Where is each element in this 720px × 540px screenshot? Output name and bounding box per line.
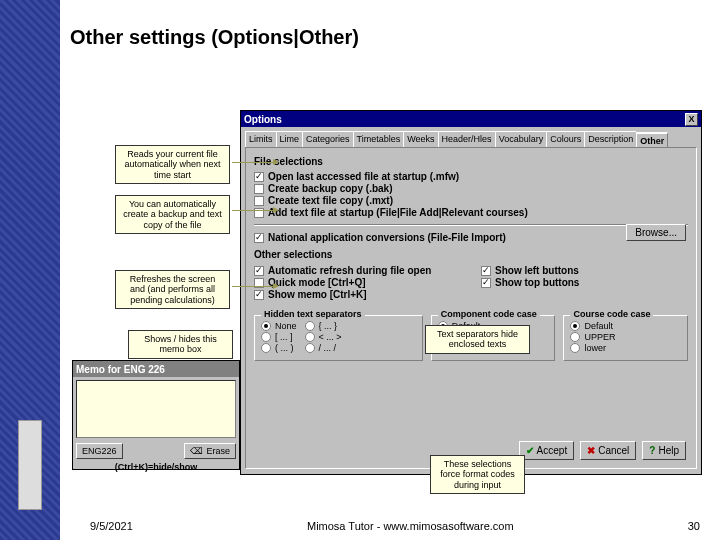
callout-separators: Text separators hide enclosed texts [425, 325, 530, 354]
tab-timetables[interactable]: Timetables [353, 131, 405, 147]
radio-item[interactable]: / ... / [305, 343, 342, 353]
checkbox-icon [254, 184, 264, 194]
radio-item[interactable]: lower [570, 343, 681, 353]
radio-icon [570, 332, 580, 342]
radio-label: lower [584, 343, 606, 353]
radio-icon [305, 332, 315, 342]
file-selections-label: File selections [254, 156, 688, 167]
radio-icon [305, 343, 315, 353]
eraser-icon: ⌫ [190, 446, 203, 456]
checkbox-icon [254, 290, 264, 300]
checkbox-icon [254, 196, 264, 206]
checkbox-icon [254, 233, 264, 243]
radio-icon [261, 321, 271, 331]
arrow [232, 162, 278, 163]
callout-memo: Shows / hides this memo box [128, 330, 233, 359]
checkbox-label: Create text file copy (.mxt) [268, 195, 393, 206]
checkbox-item[interactable]: Show memo [Ctrl+K] [254, 289, 461, 300]
tab-lime[interactable]: Lime [276, 131, 304, 147]
help-button[interactable]: ?Help [642, 441, 686, 460]
checkbox-icon [254, 266, 264, 276]
radio-item[interactable]: UPPER [570, 332, 681, 342]
memo-hint: (Ctrl+K)=hide/show [73, 461, 239, 473]
callout-format-codes: These selections force format codes duri… [430, 455, 525, 494]
checkbox-item[interactable]: Show left buttons [481, 265, 688, 276]
tab-other[interactable]: Other [636, 132, 668, 148]
footer-center: Mimosa Tutor - www.mimosasoftware.com [307, 520, 514, 532]
arrow [232, 210, 278, 211]
radio-item[interactable]: Default [570, 321, 681, 331]
radio-label: ( ... ) [275, 343, 294, 353]
dialog-titlebar: Options X [241, 111, 701, 127]
check-icon: ✔ [526, 445, 534, 456]
radio-label: [ ... ] [275, 332, 293, 342]
close-button[interactable]: X [685, 113, 698, 126]
radio-item[interactable]: ( ... ) [261, 343, 297, 353]
radio-label: Default [584, 321, 613, 331]
callout-reads-file: Reads your current file automatically wh… [115, 145, 230, 184]
radio-icon [305, 321, 315, 331]
question-icon: ? [649, 445, 655, 456]
checkbox-item[interactable]: Quick mode [Ctrl+Q] [254, 277, 461, 288]
radio-item[interactable]: [ ... ] [261, 332, 297, 342]
course-case-group: Course code case DefaultUPPERlower [563, 315, 688, 361]
checkbox-item[interactable]: Open last accessed file at startup (.mfw… [254, 171, 688, 182]
options-dialog: Options X Limits Lime Categories Timetab… [240, 110, 702, 475]
checkbox-item[interactable]: Create text file copy (.mxt) [254, 195, 688, 206]
radio-icon [261, 332, 271, 342]
checkbox-item[interactable]: Show top buttons [481, 277, 688, 288]
x-icon: ✖ [587, 445, 595, 456]
tab-categories[interactable]: Categories [302, 131, 354, 147]
checkbox-label: Show top buttons [495, 277, 579, 288]
radio-icon [261, 343, 271, 353]
separator [254, 224, 688, 226]
dialog-title: Options [244, 114, 282, 125]
checkbox-item[interactable]: Add text file at startup (File|File Add|… [254, 207, 688, 218]
logo-block [18, 420, 42, 510]
checkbox-label: Open last accessed file at startup (.mfw… [268, 171, 459, 182]
checkbox-icon [254, 172, 264, 182]
callout-backup: You can automatically create a backup an… [115, 195, 230, 234]
browse-button[interactable]: Browse... [626, 224, 686, 241]
memo-titlebar: Memo for ENG 226 [73, 361, 239, 377]
memo-window: Memo for ENG 226 ENG226 ⌫Erase (Ctrl+K)=… [72, 360, 240, 470]
national-conv-checkbox[interactable]: National application conversions (File-F… [254, 232, 688, 243]
arrow [232, 286, 278, 287]
radio-label: { ... } [319, 321, 338, 331]
checkbox-icon [481, 266, 491, 276]
tab-panel-other: File selections Open last accessed file … [245, 147, 697, 469]
tab-strip: Limits Lime Categories Timetables Weeks … [245, 131, 697, 147]
radio-item[interactable]: { ... } [305, 321, 342, 331]
accept-button[interactable]: ✔Accept [519, 441, 575, 460]
footer-page: 30 [688, 520, 700, 532]
tab-weeks[interactable]: Weeks [403, 131, 438, 147]
checkbox-item[interactable]: Create backup copy (.bak) [254, 183, 688, 194]
checkbox-label: Show memo [Ctrl+K] [268, 289, 367, 300]
radio-item[interactable]: None [261, 321, 297, 331]
radio-item[interactable]: < ... > [305, 332, 342, 342]
checkbox-label: Create backup copy (.bak) [268, 183, 392, 194]
tab-vocab[interactable]: Vocabulary [495, 131, 548, 147]
checkbox-label: Show left buttons [495, 265, 579, 276]
slide-title: Other settings (Options|Other) [70, 26, 700, 49]
radio-label: UPPER [584, 332, 615, 342]
tab-colours[interactable]: Colours [546, 131, 585, 147]
memo-body[interactable] [76, 380, 236, 438]
radio-label: < ... > [319, 332, 342, 342]
tab-limits[interactable]: Limits [245, 131, 277, 147]
checkbox-label: Add text file at startup (File|File Add|… [268, 207, 528, 218]
other-selections-label: Other selections [254, 249, 688, 260]
radio-icon [570, 321, 580, 331]
tab-header[interactable]: Header/Hles [438, 131, 496, 147]
memo-code-button[interactable]: ENG226 [76, 443, 123, 459]
memo-erase-button[interactable]: ⌫Erase [184, 443, 236, 459]
hidden-separators-group: Hidden text separators None[ ... ]( ... … [254, 315, 423, 361]
radio-icon [570, 343, 580, 353]
tab-desc[interactable]: Description [584, 131, 637, 147]
checkbox-label: Automatic refresh during file open [268, 265, 431, 276]
checkbox-item[interactable]: Automatic refresh during file open [254, 265, 461, 276]
cancel-button[interactable]: ✖Cancel [580, 441, 636, 460]
checkbox-label: Quick mode [Ctrl+Q] [268, 277, 366, 288]
footer-date: 9/5/2021 [90, 520, 133, 532]
slide-side-texture [0, 0, 60, 540]
